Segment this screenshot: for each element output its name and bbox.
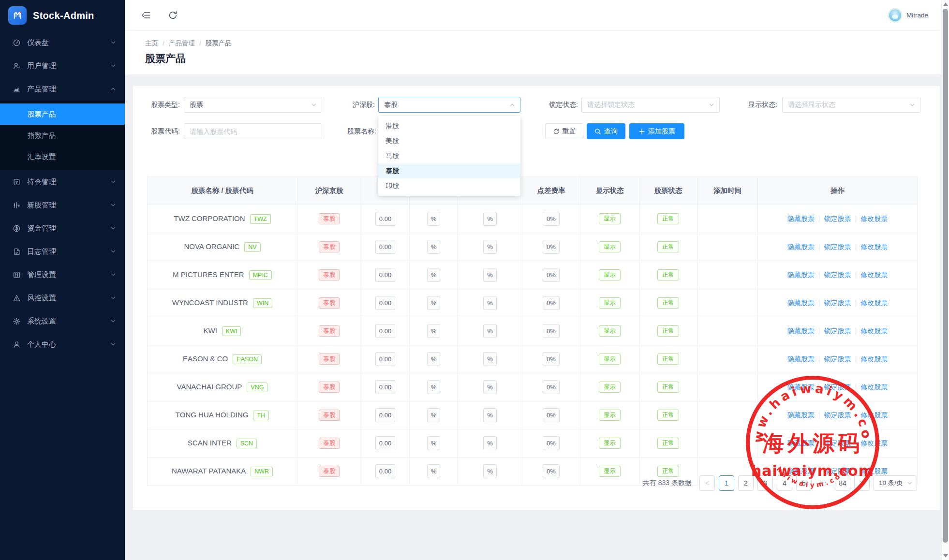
- sidebar-item-positions[interactable]: 持仓管理: [0, 170, 125, 193]
- edit-stock-link[interactable]: 修改股票: [860, 243, 888, 251]
- edit-stock-link[interactable]: 修改股票: [860, 327, 888, 335]
- fee-input[interactable]: %: [427, 212, 441, 226]
- edit-stock-link[interactable]: 修改股票: [860, 299, 888, 307]
- hide-stock-link[interactable]: 隐藏股票: [787, 299, 815, 307]
- lock-stock-link[interactable]: 锁定股票: [824, 243, 851, 251]
- pagination-page-84[interactable]: 84: [835, 475, 850, 491]
- dropdown-option-2[interactable]: 美股: [378, 133, 520, 148]
- menu-fold-button[interactable]: [141, 10, 151, 20]
- spread-input[interactable]: 0.00: [375, 352, 395, 366]
- hide-stock-link[interactable]: 隐藏股票: [787, 411, 815, 419]
- point-fee-input[interactable]: 0%: [543, 212, 560, 226]
- scrollbar-down-arrow[interactable]: [943, 554, 948, 558]
- fee-input[interactable]: %: [427, 408, 441, 422]
- lock-stock-link[interactable]: 锁定股票: [824, 411, 851, 419]
- spread-input[interactable]: 0.00: [375, 240, 395, 254]
- pagination-page-5[interactable]: 5: [796, 475, 812, 491]
- scrollbar-up-arrow[interactable]: [943, 2, 948, 6]
- edit-stock-link[interactable]: 修改股票: [860, 383, 888, 391]
- point-fee-input[interactable]: 0%: [543, 324, 560, 338]
- point-fee-input[interactable]: 0%: [543, 352, 560, 366]
- lock-stock-link[interactable]: 锁定股票: [824, 383, 851, 391]
- edit-stock-link[interactable]: 修改股票: [860, 467, 888, 475]
- fee-input[interactable]: %: [483, 212, 497, 226]
- lock-stock-link[interactable]: 锁定股票: [824, 271, 851, 279]
- lock-stock-link[interactable]: 锁定股票: [824, 299, 851, 307]
- pagination-page-1[interactable]: 1: [719, 475, 734, 491]
- reset-button[interactable]: 重置: [545, 123, 583, 139]
- sidebar-subitem-exchange-rate[interactable]: 汇率设置: [0, 146, 125, 167]
- fee-input[interactable]: %: [483, 296, 497, 310]
- spread-input[interactable]: 0.00: [375, 296, 395, 310]
- sidebar-item-users[interactable]: 用户管理: [0, 54, 125, 77]
- lock-stock-link[interactable]: 锁定股票: [824, 215, 851, 222]
- hide-stock-link[interactable]: 隐藏股票: [787, 271, 815, 279]
- stock-code-input[interactable]: [184, 123, 322, 139]
- spread-input[interactable]: 0.00: [375, 212, 395, 226]
- dropdown-option-1[interactable]: 港股: [378, 118, 520, 133]
- sidebar-item-dashboard[interactable]: 仪表盘: [0, 31, 125, 54]
- pagination-page-2[interactable]: 2: [738, 475, 754, 491]
- dropdown-option-3[interactable]: 马股: [378, 148, 520, 163]
- lock-stock-link[interactable]: 锁定股票: [824, 439, 851, 447]
- spread-input[interactable]: 0.00: [375, 268, 395, 282]
- hide-stock-link[interactable]: 隐藏股票: [787, 243, 815, 251]
- breadcrumb-products[interactable]: 产品管理: [169, 40, 195, 47]
- add-stock-button[interactable]: 添加股票: [629, 123, 684, 139]
- pagination-page-4[interactable]: 4: [777, 475, 792, 491]
- edit-stock-link[interactable]: 修改股票: [860, 271, 888, 279]
- dropdown-option-5[interactable]: 印股: [378, 178, 520, 193]
- point-fee-input[interactable]: 0%: [543, 408, 560, 422]
- spread-input[interactable]: 0.00: [375, 436, 395, 450]
- page-size-select[interactable]: 10 条/页: [874, 475, 917, 491]
- sidebar-item-logs[interactable]: 日志管理: [0, 240, 125, 263]
- fee-input[interactable]: %: [483, 352, 497, 366]
- fee-input[interactable]: %: [427, 380, 441, 394]
- edit-stock-link[interactable]: 修改股票: [860, 411, 888, 419]
- sidebar-item-system-settings[interactable]: 系统设置: [0, 309, 125, 333]
- refresh-button[interactable]: [168, 10, 178, 20]
- hide-stock-link[interactable]: 隐藏股票: [787, 355, 815, 363]
- user-menu[interactable]: Mitrade: [888, 8, 928, 22]
- dropdown-option-4[interactable]: 泰股: [378, 163, 520, 178]
- fee-input[interactable]: %: [483, 268, 497, 282]
- fee-input[interactable]: %: [483, 380, 497, 394]
- pagination-next-button[interactable]: >: [854, 475, 870, 491]
- point-fee-input[interactable]: 0%: [543, 436, 560, 450]
- pagination-prev-button[interactable]: <: [699, 475, 715, 491]
- pagination-page-3[interactable]: 3: [757, 475, 773, 491]
- breadcrumb-home[interactable]: 主页: [145, 40, 158, 47]
- hide-stock-link[interactable]: 隐藏股票: [787, 467, 815, 475]
- point-fee-input[interactable]: 0%: [543, 268, 560, 282]
- display-status-select[interactable]: 请选择显示状态: [782, 97, 920, 113]
- hide-stock-link[interactable]: 隐藏股票: [787, 327, 815, 335]
- fee-input[interactable]: %: [483, 436, 497, 450]
- fee-input[interactable]: %: [427, 268, 441, 282]
- sidebar-item-profile[interactable]: 个人中心: [0, 333, 125, 356]
- edit-stock-link[interactable]: 修改股票: [860, 355, 888, 363]
- edit-stock-link[interactable]: 修改股票: [860, 215, 888, 222]
- sidebar-subitem-stock-products[interactable]: 股票产品: [0, 103, 125, 125]
- fee-input[interactable]: %: [483, 324, 497, 338]
- hide-stock-link[interactable]: 隐藏股票: [787, 439, 815, 447]
- app-logo[interactable]: Stock-Admin: [0, 0, 125, 31]
- sidebar-item-products[interactable]: 产品管理: [0, 77, 125, 101]
- scrollbar-thumb[interactable]: [943, 9, 948, 543]
- spread-input[interactable]: 0.00: [375, 324, 395, 338]
- hide-stock-link[interactable]: 隐藏股票: [787, 215, 815, 222]
- search-button[interactable]: 查询: [587, 123, 625, 139]
- fee-input[interactable]: %: [483, 408, 497, 422]
- edit-stock-link[interactable]: 修改股票: [860, 439, 888, 447]
- fee-input[interactable]: %: [427, 436, 441, 450]
- sidebar-item-funds[interactable]: 资金管理: [0, 217, 125, 240]
- sidebar-item-new-stocks[interactable]: 新股管理: [0, 193, 125, 217]
- spread-input[interactable]: 0.00: [375, 408, 395, 422]
- fee-input[interactable]: %: [483, 240, 497, 254]
- sidebar-item-risk-settings[interactable]: 风控设置: [0, 286, 125, 309]
- hide-stock-link[interactable]: 隐藏股票: [787, 383, 815, 391]
- sidebar-subitem-index-products[interactable]: 指数产品: [0, 125, 125, 146]
- lock-stock-link[interactable]: 锁定股票: [824, 355, 851, 363]
- lock-status-select[interactable]: 请选择锁定状态: [581, 97, 720, 113]
- market-select[interactable]: 泰股: [378, 97, 520, 113]
- fee-input[interactable]: %: [427, 324, 441, 338]
